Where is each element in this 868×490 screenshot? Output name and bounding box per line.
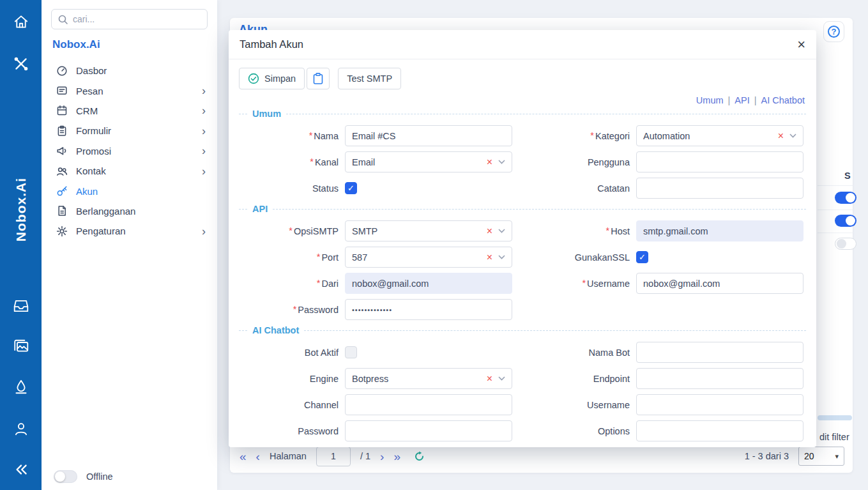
- user-icon[interactable]: [0, 420, 42, 437]
- table-hscrollbar[interactable]: [818, 415, 852, 420]
- pagination-bar: « ‹ Halaman / 1 › » 1 - 3 dari 3 20 ▾: [240, 445, 844, 467]
- ai-password-input[interactable]: [345, 420, 512, 441]
- catatan-input[interactable]: [636, 178, 803, 199]
- first-page-icon[interactable]: «: [240, 450, 247, 463]
- link-ai-chatbot[interactable]: AI Chatbot: [761, 95, 805, 105]
- question-circle-icon: ?: [828, 26, 840, 38]
- api-username-input[interactable]: [636, 273, 803, 294]
- clear-icon[interactable]: ×: [487, 374, 492, 384]
- chevron-right-icon: ›: [202, 85, 206, 96]
- sidebar-item-crm[interactable]: CRM ›: [42, 101, 217, 121]
- sidebar-item-label: Akun: [76, 186, 206, 197]
- sidebar-item-label: CRM: [76, 105, 194, 116]
- page-total: / 1: [360, 451, 370, 461]
- host-input[interactable]: [636, 220, 803, 241]
- link-umum[interactable]: Umum: [696, 95, 724, 105]
- search-box: [51, 9, 208, 29]
- message-icon: [56, 85, 68, 96]
- port-select[interactable]: 587 ×: [345, 247, 512, 268]
- chevron-down-icon: [498, 255, 505, 259]
- pengguna-input[interactable]: [636, 151, 803, 172]
- tools-icon[interactable]: [0, 56, 42, 72]
- ink-drop-icon[interactable]: [0, 378, 42, 395]
- key-icon: [56, 185, 68, 197]
- engine-label: Engine: [239, 374, 340, 384]
- row-status-toggle[interactable]: [835, 192, 857, 204]
- clear-icon[interactable]: ×: [487, 252, 492, 263]
- dashboard-icon: [56, 65, 68, 77]
- endpoint-input[interactable]: [636, 368, 803, 389]
- nama-input[interactable]: [345, 125, 512, 146]
- chevron-right-icon: ›: [202, 105, 206, 116]
- test-smtp-button[interactable]: Test SMTP: [338, 68, 401, 89]
- modal-toolbar: Simpan Test SMTP: [239, 68, 806, 89]
- sidebar-item-kontak[interactable]: Kontak ›: [42, 161, 217, 181]
- engine-select[interactable]: Botpress ×: [345, 368, 512, 389]
- link-api[interactable]: API: [735, 95, 749, 105]
- modal-header: Tambah Akun ×: [229, 30, 816, 59]
- nama-bot-label: Nama Bot: [517, 348, 631, 358]
- inbox-icon[interactable]: [0, 298, 42, 314]
- kanal-select[interactable]: Email ×: [345, 151, 512, 172]
- offline-control: Offline: [54, 470, 113, 483]
- toggle-knob: [55, 471, 65, 482]
- chevron-right-icon: ›: [202, 165, 206, 177]
- save-label: Simpan: [264, 73, 296, 84]
- help-button[interactable]: ?: [823, 21, 844, 42]
- chevron-down-icon: [498, 229, 505, 233]
- status-checkbox[interactable]: ✓: [345, 182, 357, 194]
- kategori-select[interactable]: Automation ×: [636, 125, 803, 146]
- offline-toggle[interactable]: [54, 470, 77, 483]
- icon-rail: Nobox.Ai: [0, 0, 42, 490]
- page-size-value: 20: [804, 451, 814, 461]
- clear-icon[interactable]: ×: [487, 157, 492, 167]
- sidebar-item-akun[interactable]: Akun: [42, 181, 217, 201]
- gallery-icon[interactable]: [0, 338, 42, 355]
- close-icon[interactable]: ×: [797, 38, 805, 52]
- bot-aktif-checkbox[interactable]: ✓: [345, 346, 357, 358]
- chevron-down-icon: [498, 160, 505, 164]
- prev-page-icon[interactable]: ‹: [256, 450, 260, 463]
- collapse-sidebar-icon[interactable]: [0, 461, 42, 479]
- ai-username-input[interactable]: [636, 394, 803, 415]
- clear-icon[interactable]: ×: [487, 226, 492, 236]
- nama-bot-input[interactable]: [636, 342, 803, 363]
- sidebar-item-promosi[interactable]: Promosi ›: [42, 141, 217, 161]
- copy-button[interactable]: [307, 68, 330, 89]
- row-status-toggle[interactable]: [835, 238, 857, 250]
- options-input[interactable]: [636, 420, 803, 441]
- sidebar-item-pesan[interactable]: Pesan ›: [42, 80, 217, 100]
- status-column-header: S: [844, 171, 851, 181]
- sidebar-item-label: Kontak: [76, 165, 194, 176]
- test-smtp-label: Test SMTP: [347, 73, 392, 84]
- sidebar-item-pengaturan[interactable]: Pengaturan ›: [42, 221, 217, 241]
- page-number-input[interactable]: [316, 447, 351, 466]
- api-password-input[interactable]: [345, 299, 512, 320]
- nama-label: Nama: [239, 131, 340, 141]
- chevron-right-icon: ›: [202, 145, 206, 157]
- page-size-select[interactable]: 20 ▾: [798, 447, 844, 466]
- bot-aktif-label: Bot Aktif: [239, 348, 340, 358]
- last-page-icon[interactable]: »: [393, 450, 400, 463]
- sidebar-item-dasbor[interactable]: Dasbor: [42, 61, 217, 80]
- sidebar-item-label: Promosi: [76, 146, 194, 157]
- host-label: Host: [517, 226, 631, 236]
- sidebar-item-berlangganan[interactable]: Berlangganan: [42, 201, 217, 221]
- channel-label: Channel: [239, 400, 340, 410]
- channel-input[interactable]: [345, 394, 512, 415]
- row-status-toggle[interactable]: [835, 215, 857, 227]
- search-input[interactable]: [73, 14, 201, 24]
- ai-password-label: Password: [239, 426, 340, 436]
- gunakanssl-checkbox[interactable]: ✓: [636, 251, 648, 263]
- opsismtp-select[interactable]: SMTP ×: [345, 220, 512, 241]
- dari-input[interactable]: [345, 273, 512, 294]
- page-label: Halaman: [270, 451, 307, 461]
- sidebar-item-formulir[interactable]: Formulir ›: [42, 121, 217, 141]
- refresh-icon[interactable]: [414, 451, 425, 462]
- calendar-icon: [56, 105, 68, 116]
- next-page-icon[interactable]: ›: [380, 450, 384, 463]
- home-icon[interactable]: [0, 13, 42, 30]
- save-button[interactable]: Simpan: [239, 68, 305, 89]
- ai-username-label: Username: [517, 400, 631, 410]
- clear-icon[interactable]: ×: [778, 131, 784, 141]
